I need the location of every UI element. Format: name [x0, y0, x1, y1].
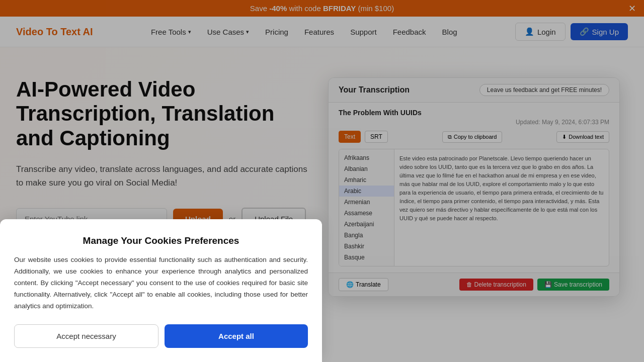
cookie-modal: Manage Your Cookies Preferences Our webs…: [0, 219, 322, 362]
cookie-overlay: Manage Your Cookies Preferences Our webs…: [0, 0, 644, 362]
accept-all-button[interactable]: Accept all: [165, 324, 308, 348]
cookie-title: Manage Your Cookies Preferences: [14, 235, 308, 246]
cookie-text: Our website uses cookies to provide esse…: [14, 254, 308, 312]
accept-necessary-button[interactable]: Accept necessary: [14, 324, 158, 348]
cookie-buttons: Accept necessary Accept all: [14, 324, 308, 348]
